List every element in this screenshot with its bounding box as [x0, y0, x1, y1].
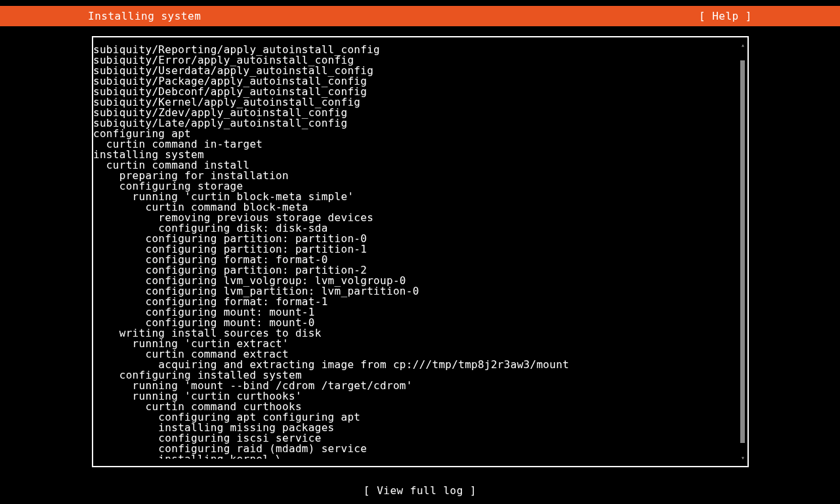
help-button[interactable]: [ Help ]	[699, 10, 752, 22]
scroll-down-icon[interactable]: ▾	[739, 455, 747, 461]
header-bar: Installing system [ Help ]	[0, 6, 840, 26]
log-frame: subiquity/Reporting/apply_autoinstall_co…	[92, 36, 749, 467]
install-log[interactable]: subiquity/Reporting/apply_autoinstall_co…	[93, 45, 739, 459]
log-line: installing kernel \	[93, 454, 739, 459]
header-title: Installing system	[88, 10, 201, 22]
view-full-log-button[interactable]: [ View full log ]	[0, 484, 840, 497]
scroll-thumb[interactable]	[740, 60, 745, 443]
scroll-up-icon[interactable]: ▴	[739, 42, 747, 49]
log-scrollbar[interactable]: ▴ ▾	[739, 45, 747, 459]
